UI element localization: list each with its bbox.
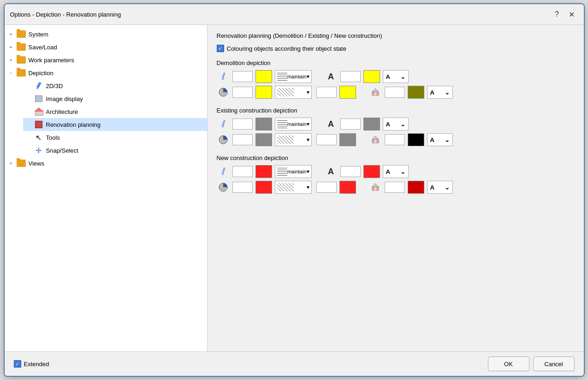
demo-r1-pencil-color[interactable] <box>255 70 272 83</box>
exist-r2-pattern-btn[interactable]: ▾ <box>275 133 312 146</box>
new-r2-eraser-num[interactable]: 112 <box>385 182 405 193</box>
pie-icon-exist-r2 <box>217 133 230 146</box>
new-r1-pencil-num[interactable]: 64 <box>232 166 253 177</box>
new-r1-text-num[interactable]: 64 <box>340 166 361 177</box>
demo-r1-dropdown[interactable]: A ⌄ <box>383 70 409 83</box>
hlines-pattern-icon-e1 <box>277 120 287 128</box>
expander-workparams[interactable]: + <box>7 56 15 64</box>
svg-rect-0 <box>36 82 41 89</box>
new-r2-pattern-color[interactable] <box>339 181 356 194</box>
existing-row2: 14 ▾ 14 <box>217 133 575 146</box>
new-r2-pattern-btn[interactable]: ▾ <box>275 181 312 194</box>
right-panel: Renovation planning (Demolition / Existi… <box>208 25 584 351</box>
exist-r2-pattern-color[interactable] <box>339 133 356 146</box>
hlines-pattern-icon-n1 <box>277 167 287 176</box>
demo-r2-pie-num[interactable]: 67 <box>232 87 253 98</box>
exist-r2-pattern-num[interactable]: 14 <box>316 134 337 145</box>
new-r1-dropdown[interactable]: A ⌄ <box>383 165 409 178</box>
help-button[interactable]: ? <box>551 8 564 21</box>
sidebar-item-architecture[interactable]: Architecture <box>23 105 207 118</box>
demo-r1-pattern-btn[interactable]: maintain ▾ <box>275 70 312 83</box>
new-r1-dropdown-arrow: ⌄ <box>400 168 405 175</box>
image-icon-imagedisplay <box>33 94 44 103</box>
existing-section: Existing construction depiction 14 maint… <box>217 107 575 146</box>
exist-r1-dropdown-arrow: ⌄ <box>400 121 405 128</box>
new-r1-pencil-color[interactable] <box>255 165 272 178</box>
pencil-icon-exist-r1 <box>217 118 230 131</box>
new-r2-dropdown-arrow: ⌄ <box>445 184 450 191</box>
demo-r2-pattern-num[interactable]: 67 <box>316 87 337 98</box>
demo-r1-text-num[interactable]: 67 <box>340 71 361 82</box>
sidebar-item-2d3d[interactable]: 2D/3D <box>23 79 207 92</box>
exist-r2-dropdown[interactable]: A ⌄ <box>427 133 453 146</box>
sidebar-item-renovplanning[interactable]: Renovation planning <box>23 118 207 131</box>
new-r2-pie-color[interactable] <box>255 181 272 194</box>
exist-r1-pattern-btn[interactable]: maintain ▾ <box>275 118 312 131</box>
demo-r2-eraser-color[interactable] <box>408 86 424 99</box>
ok-button[interactable]: OK <box>488 356 529 371</box>
sidebar-item-workparams[interactable]: + Work parameters <box>5 53 207 66</box>
new-r1-pattern-arrow: ▾ <box>307 168 309 175</box>
sidebar-item-imagedisplay[interactable]: Image display <box>23 92 207 105</box>
expander-saveload[interactable]: + <box>7 43 15 51</box>
exist-r2-eraser-num[interactable]: 15 <box>385 134 405 145</box>
colouring-checkbox[interactable]: ✓ <box>217 45 224 52</box>
demo-r2-pattern-color[interactable] <box>339 86 356 99</box>
demo-r1-text-color[interactable] <box>363 70 380 83</box>
exist-r1-dropdown[interactable]: A ⌄ <box>383 118 409 131</box>
exist-r2-pie-num[interactable]: 14 <box>232 134 253 145</box>
exist-r2-pie-color[interactable] <box>255 133 272 146</box>
new-r1-pattern-btn[interactable]: maintain ▾ <box>275 165 312 178</box>
footer-buttons: OK Cancel <box>488 356 575 371</box>
demo-r2-eraser-num[interactable]: 115 <box>385 87 405 98</box>
sidebar-label-snapselect: Snap/Select <box>46 147 78 154</box>
demo-r2-dropdown[interactable]: A ⌄ <box>427 86 453 99</box>
pie-icon-new-r2 <box>217 181 230 194</box>
exist-r1-text-color[interactable] <box>363 118 380 131</box>
new-r2-dropdown[interactable]: A ⌄ <box>427 181 453 194</box>
demo-r2-pie-color[interactable] <box>255 86 272 99</box>
sidebar-item-views[interactable]: + Views <box>5 157 207 170</box>
exist-r2-eraser-color[interactable] <box>408 133 424 146</box>
dlines-pattern-icon-n2 <box>277 183 294 191</box>
demo-r1-pencil-num[interactable]: 67 <box>232 71 253 82</box>
expander-views[interactable]: + <box>7 160 15 167</box>
exist-r1-pencil-color[interactable] <box>255 118 272 131</box>
exist-r1-pencil-num[interactable]: 14 <box>232 119 253 130</box>
new-r2-eraser-color[interactable] <box>408 181 424 194</box>
expander-system[interactable]: + <box>7 30 15 38</box>
cancel-button[interactable]: Cancel <box>533 356 575 371</box>
exist-r1-text-num[interactable]: 14 <box>340 119 361 130</box>
sidebar-item-depiction[interactable]: − Depiction <box>5 66 207 79</box>
exist-r1-pattern-arrow: ▾ <box>307 121 309 127</box>
sidebar-item-saveload[interactable]: + Save/Load <box>5 41 207 53</box>
new-r2-pattern-num[interactable]: 64 <box>316 182 337 193</box>
check-mark: ✓ <box>218 46 222 52</box>
hlines-pattern-icon <box>277 72 287 81</box>
sidebar-item-snapselect[interactable]: ✛ Snap/Select <box>23 144 207 157</box>
demolition-row1: 67 maintain ▾ A 67 A ⌄ <box>217 70 575 83</box>
svg-rect-2 <box>221 72 226 79</box>
new-r2-pie-num[interactable]: 64 <box>232 182 253 193</box>
new-r1-text-color[interactable] <box>363 165 380 178</box>
close-button[interactable]: ✕ <box>565 8 578 21</box>
sidebar-label-renovplanning: Renovation planning <box>46 121 101 128</box>
folder-icon-depiction <box>16 68 27 77</box>
demo-r2-dropdown-label: A <box>430 89 434 96</box>
footer-left: ✓ Extended <box>14 360 49 368</box>
title-bar: Options - Depiction - Renovation plannin… <box>5 4 584 25</box>
demo-r1-dropdown-arrow: ⌄ <box>400 73 405 80</box>
sidebar-item-tools[interactable]: ↖ Tools <box>23 131 207 144</box>
renov-icon-renovplanning <box>33 120 44 129</box>
cursor-icon-tools: ↖ <box>33 133 44 142</box>
pie-icon-demo-r2 <box>217 86 230 99</box>
expander-depiction[interactable]: − <box>7 69 15 77</box>
demo-r2-pattern-btn[interactable]: ▾ <box>275 86 312 99</box>
svg-rect-8 <box>221 120 226 127</box>
sidebar-item-system[interactable]: + System <box>5 28 207 41</box>
sidebar-label-2d3d: 2D/3D <box>46 83 63 89</box>
extended-label: Extended <box>24 361 49 368</box>
spacer-snapselect <box>25 147 32 154</box>
extended-checkbox[interactable]: ✓ <box>14 360 21 368</box>
new-r2-pattern-arrow: ▾ <box>307 184 309 190</box>
